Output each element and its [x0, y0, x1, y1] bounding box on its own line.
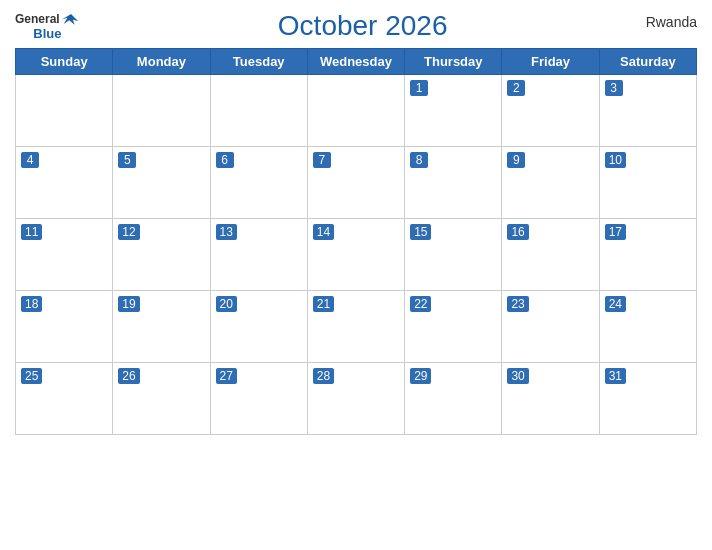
calendar-cell	[113, 75, 210, 147]
day-number: 20	[216, 296, 237, 312]
day-number: 23	[507, 296, 528, 312]
day-number: 31	[605, 368, 626, 384]
calendar-cell: 3	[599, 75, 696, 147]
calendar-cell	[16, 75, 113, 147]
calendar-cell: 29	[405, 363, 502, 435]
day-number: 4	[21, 152, 39, 168]
day-number: 13	[216, 224, 237, 240]
day-number: 15	[410, 224, 431, 240]
calendar-cell: 21	[307, 291, 404, 363]
calendar-cell: 15	[405, 219, 502, 291]
day-number: 14	[313, 224, 334, 240]
header-wednesday: Wednesday	[307, 49, 404, 75]
calendar-cell: 7	[307, 147, 404, 219]
logo-bird-icon	[62, 12, 80, 26]
week-row-5: 25262728293031	[16, 363, 697, 435]
calendar-cell: 19	[113, 291, 210, 363]
day-number: 1	[410, 80, 428, 96]
logo-general-text: General	[15, 12, 60, 26]
calendar-cell: 26	[113, 363, 210, 435]
calendar-cell: 23	[502, 291, 599, 363]
calendar-cell: 16	[502, 219, 599, 291]
day-number: 24	[605, 296, 626, 312]
header-saturday: Saturday	[599, 49, 696, 75]
header-tuesday: Tuesday	[210, 49, 307, 75]
day-number: 25	[21, 368, 42, 384]
day-number: 7	[313, 152, 331, 168]
calendar-cell: 25	[16, 363, 113, 435]
day-number: 22	[410, 296, 431, 312]
day-number: 17	[605, 224, 626, 240]
calendar-header: General Blue October 2026 Rwanda	[15, 10, 697, 42]
week-row-2: 45678910	[16, 147, 697, 219]
day-number: 29	[410, 368, 431, 384]
calendar-cell: 13	[210, 219, 307, 291]
calendar-cell: 1	[405, 75, 502, 147]
calendar-cell: 14	[307, 219, 404, 291]
week-row-1: 123	[16, 75, 697, 147]
calendar-cell: 30	[502, 363, 599, 435]
calendar-cell	[307, 75, 404, 147]
week-row-3: 11121314151617	[16, 219, 697, 291]
day-number: 30	[507, 368, 528, 384]
day-number: 6	[216, 152, 234, 168]
day-number: 12	[118, 224, 139, 240]
day-number: 9	[507, 152, 525, 168]
calendar-cell: 8	[405, 147, 502, 219]
calendar-cell: 27	[210, 363, 307, 435]
day-number: 16	[507, 224, 528, 240]
day-number: 5	[118, 152, 136, 168]
logo-blue-text: Blue	[33, 26, 61, 41]
calendar-cell: 5	[113, 147, 210, 219]
calendar-cell: 6	[210, 147, 307, 219]
calendar-cell: 11	[16, 219, 113, 291]
day-number: 26	[118, 368, 139, 384]
day-number: 28	[313, 368, 334, 384]
weekday-header-row: Sunday Monday Tuesday Wednesday Thursday…	[16, 49, 697, 75]
calendar-cell: 22	[405, 291, 502, 363]
generalblue-logo: General Blue	[15, 12, 80, 41]
day-number: 11	[21, 224, 42, 240]
header-sunday: Sunday	[16, 49, 113, 75]
day-number: 18	[21, 296, 42, 312]
month-year-heading: October 2026	[80, 10, 646, 42]
day-number: 21	[313, 296, 334, 312]
calendar-page: General Blue October 2026 Rwanda Sunday …	[0, 0, 712, 550]
calendar-cell: 17	[599, 219, 696, 291]
calendar-cell	[210, 75, 307, 147]
day-number: 8	[410, 152, 428, 168]
calendar-cell: 24	[599, 291, 696, 363]
day-number: 19	[118, 296, 139, 312]
header-monday: Monday	[113, 49, 210, 75]
calendar-cell: 18	[16, 291, 113, 363]
svg-marker-0	[62, 14, 78, 25]
header-friday: Friday	[502, 49, 599, 75]
calendar-cell: 28	[307, 363, 404, 435]
day-number: 27	[216, 368, 237, 384]
country-label: Rwanda	[646, 10, 697, 30]
calendar-cell: 10	[599, 147, 696, 219]
calendar-table: Sunday Monday Tuesday Wednesday Thursday…	[15, 48, 697, 435]
calendar-cell: 31	[599, 363, 696, 435]
calendar-cell: 20	[210, 291, 307, 363]
calendar-cell: 9	[502, 147, 599, 219]
day-number: 3	[605, 80, 623, 96]
day-number: 2	[507, 80, 525, 96]
calendar-cell: 2	[502, 75, 599, 147]
day-number: 10	[605, 152, 626, 168]
week-row-4: 18192021222324	[16, 291, 697, 363]
calendar-title: October 2026	[80, 10, 646, 42]
calendar-cell: 12	[113, 219, 210, 291]
calendar-cell: 4	[16, 147, 113, 219]
header-thursday: Thursday	[405, 49, 502, 75]
